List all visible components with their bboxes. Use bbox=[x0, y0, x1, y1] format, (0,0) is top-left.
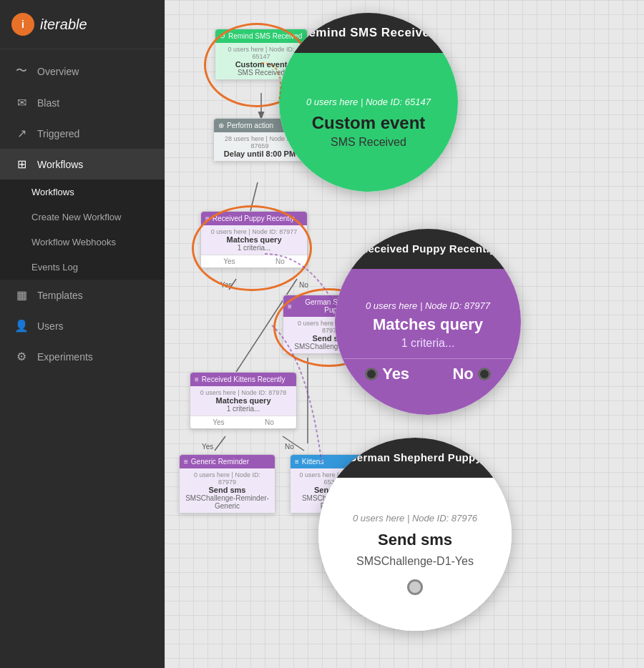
submenu-item-events-log[interactable]: Events Log bbox=[0, 255, 165, 280]
popup-german-shepherd-sub: SMSChallenge-D1-Yes bbox=[356, 555, 474, 568]
logo-icon: i bbox=[11, 13, 34, 36]
node-remind-sms-title: Remind SMS Received bbox=[228, 32, 302, 40]
node-received-kittens-meta: 0 users here | Node ID: 87978 bbox=[196, 389, 291, 396]
node-received-puppy-sub: 1 criteria... bbox=[207, 244, 301, 252]
logo-text: iterable bbox=[40, 16, 87, 33]
popup-received-puppy-type: Matches query bbox=[373, 315, 483, 334]
sidebar-item-overview[interactable]: 〜 Overview bbox=[0, 55, 165, 87]
sidebar-logo: i iterable bbox=[0, 0, 165, 49]
node-received-kittens-sub: 1 criteria... bbox=[196, 405, 291, 413]
sidebar-item-workflows[interactable]: ⊞ Workflows bbox=[0, 149, 165, 180]
submenu-item-webhooks[interactable]: Workflow Webhooks bbox=[0, 230, 165, 255]
svg-line-7 bbox=[215, 436, 225, 451]
sidebar-item-users[interactable]: 👤 Users bbox=[0, 310, 165, 341]
node-remind-sms-meta: 0 users here | Node ID: 65147 bbox=[221, 46, 301, 60]
popup-german-shepherd: German Shepherd Puppy 0 users here | Nod… bbox=[318, 438, 512, 631]
sidebar-item-templates[interactable]: ▦ Templates bbox=[0, 280, 165, 310]
node-generic-reminder-sub: SMSChallenge-Reminder-Generic bbox=[185, 494, 269, 510]
popup-puppy-yes-label: Yes bbox=[365, 365, 409, 383]
svg-text:Yes: Yes bbox=[202, 443, 213, 451]
sidebar-item-label: Experiments bbox=[37, 351, 93, 363]
popup-puppy-no-label: No bbox=[452, 365, 490, 383]
workflows-icon: ⊞ bbox=[14, 157, 29, 171]
templates-icon: ▦ bbox=[14, 288, 29, 302]
node-received-puppy-type: Matches query bbox=[207, 235, 301, 244]
node-kittens-title: Kittens bbox=[302, 458, 324, 466]
triggered-icon: ↗ bbox=[14, 127, 29, 140]
sidebar-item-triggered[interactable]: ↗ Triggered bbox=[0, 118, 165, 149]
sidebar-item-label: Users bbox=[37, 320, 64, 332]
node-generic-reminder-header: ≡ Generic Reminder bbox=[180, 455, 275, 468]
popup-german-shepherd-type: Send sms bbox=[378, 531, 452, 549]
node-generic-reminder-type: Send sms bbox=[185, 486, 269, 494]
node-received-kittens-footer: Yes No bbox=[190, 416, 296, 428]
node-received-kittens-title: Received Kittens Recently bbox=[202, 375, 286, 383]
popup-received-puppy-body: 0 users here | Node ID: 87977 Matches qu… bbox=[335, 269, 521, 416]
workflows-submenu: Workflows Create New Workflow Workflow W… bbox=[0, 180, 165, 280]
sidebar: i iterable 〜 Overview ✉ Blast ↗ Triggere… bbox=[0, 0, 165, 668]
sidebar-item-experiments[interactable]: ⚙ Experiments bbox=[0, 341, 165, 372]
sidebar-item-label: Overview bbox=[37, 66, 79, 77]
submenu-item-workflows[interactable]: Workflows bbox=[0, 180, 165, 205]
node-received-puppy-meta: 0 users here | Node ID: 87977 bbox=[207, 228, 301, 235]
node-generic-reminder[interactable]: ≡ Generic Reminder 0 users here | Node I… bbox=[179, 454, 275, 514]
blast-icon: ✉ bbox=[14, 96, 29, 109]
popup-remind-sms-sub: SMS Received bbox=[331, 136, 406, 149]
svg-line-1 bbox=[250, 182, 258, 211]
popup-remind-sms: Remind SMS Received 0 users here | Node … bbox=[279, 13, 458, 192]
svg-line-9 bbox=[283, 436, 304, 451]
node-received-kittens[interactable]: ≡ Received Kittens Recently 0 users here… bbox=[190, 372, 297, 429]
svg-line-2 bbox=[229, 279, 236, 290]
node-received-puppy-body: 0 users here | Node ID: 87977 Matches qu… bbox=[201, 225, 307, 255]
popup-received-puppy: Received Puppy Recently 0 users here | N… bbox=[335, 229, 521, 415]
node-received-puppy[interactable]: ≡ Received Puppy Recently 0 users here |… bbox=[200, 211, 308, 268]
node-generic-reminder-title: Generic Reminder bbox=[191, 458, 249, 466]
node-received-puppy-footer: Yes No bbox=[201, 255, 307, 267]
node-received-kittens-header: ≡ Received Kittens Recently bbox=[190, 373, 296, 386]
sidebar-nav: 〜 Overview ✉ Blast ↗ Triggered ⊞ Workflo… bbox=[0, 49, 165, 668]
node-generic-reminder-meta: 0 users here | Node ID: 87979 bbox=[185, 471, 269, 486]
sidebar-item-blast[interactable]: ✉ Blast bbox=[0, 87, 165, 118]
sidebar-item-label: Blast bbox=[37, 97, 59, 109]
submenu-item-create-workflow[interactable]: Create New Workflow bbox=[0, 205, 165, 230]
node-generic-reminder-body: 0 users here | Node ID: 87979 Send sms S… bbox=[180, 468, 275, 513]
node-received-kittens-body: 0 users here | Node ID: 87978 Matches qu… bbox=[190, 386, 296, 416]
node-received-puppy-header: ≡ Received Puppy Recently bbox=[201, 212, 307, 225]
svg-text:No: No bbox=[299, 281, 308, 289]
node-received-puppy-title: Received Puppy Recently bbox=[213, 215, 295, 222]
sidebar-item-label: Workflows bbox=[37, 159, 83, 170]
users-icon: 👤 bbox=[14, 319, 29, 333]
popup-german-shepherd-meta: 0 users here | Node ID: 87976 bbox=[353, 513, 477, 524]
experiments-icon: ⚙ bbox=[14, 350, 29, 363]
popup-remind-sms-meta: 0 users here | Node ID: 65147 bbox=[306, 97, 431, 107]
sidebar-item-label: Templates bbox=[37, 290, 83, 301]
popup-received-puppy-sub: 1 criteria... bbox=[401, 337, 455, 350]
svg-text:Yes: Yes bbox=[220, 281, 232, 289]
popup-remind-sms-type: Custom event bbox=[312, 113, 426, 133]
node-remind-sms-header: ↺ Remind SMS Received bbox=[215, 29, 307, 43]
node-perform-action-type: Delay until 8:00 PM bbox=[220, 149, 300, 158]
sidebar-item-label: Triggered bbox=[37, 128, 79, 139]
popup-received-puppy-meta: 0 users here | Node ID: 87977 bbox=[366, 300, 490, 311]
overview-icon: 〜 bbox=[14, 64, 29, 79]
node-perform-action-title: Perform action bbox=[227, 122, 273, 129]
svg-text:No: No bbox=[285, 443, 294, 451]
node-received-kittens-type: Matches query bbox=[196, 396, 291, 405]
